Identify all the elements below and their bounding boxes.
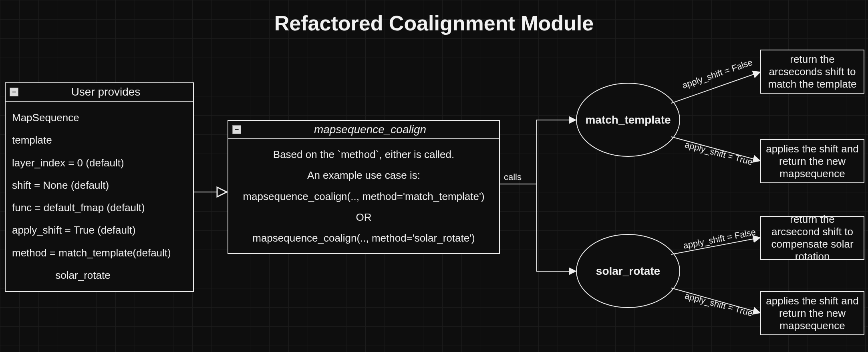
mt-true-label: apply_shift = True — [684, 139, 754, 167]
mt-false-terminal: return the arcseconds shift to match the… — [760, 50, 864, 94]
line-call2: mapsequence_coalign(.., method='solar_ro… — [235, 228, 493, 248]
mt-true-text: applies the shift and return the new map… — [766, 143, 859, 180]
sr-false-text: return the arcsecond shift to compensate… — [766, 213, 859, 263]
mt-false-text: return the arcseconds shift to match the… — [766, 53, 859, 90]
mapsequence-coalign-header: − mapsequence_coalign — [228, 121, 499, 139]
mapsequence-coalign-title: mapsequence_coalign — [245, 123, 495, 136]
calls-label: calls — [504, 172, 522, 182]
user-provides-title: User provides — [22, 86, 189, 98]
user-provides-header: − User provides — [6, 83, 193, 102]
sr-true-terminal: applies the shift and return the new map… — [760, 291, 864, 335]
sr-true-label: apply_shift = True — [684, 290, 754, 318]
sr-false-terminal: return the arcsecond shift to compensate… — [760, 216, 864, 260]
line-call1: mapsequence_coalign(.., method='match_te… — [235, 186, 493, 207]
match-template-node: match_template — [576, 83, 680, 157]
arg-method-2: solar_rotate — [12, 264, 187, 286]
user-provides-node: − User provides MapSequence template lay… — [5, 82, 194, 292]
collapse-icon[interactable]: − — [10, 88, 18, 96]
line-ex: An example use case is: — [235, 165, 493, 186]
user-provides-body: MapSequence template layer_index = 0 (de… — [6, 102, 193, 291]
edge-func-to-solar — [500, 184, 576, 271]
solar-rotate-node: solar_rotate — [576, 234, 680, 308]
diagram-stage: Refactored Coalignment Module − User pro… — [0, 0, 868, 352]
diagram-title: Refactored Coalignment Module — [0, 11, 868, 35]
solar-rotate-label: solar_rotate — [596, 265, 660, 278]
mt-true-terminal: applies the shift and return the new map… — [760, 139, 864, 183]
arg-layer-index: layer_index = 0 (default) — [12, 152, 187, 174]
collapse-icon[interactable]: − — [232, 125, 241, 134]
arg-func: func = default_fmap (default) — [12, 196, 187, 219]
match-template-label: match_template — [585, 114, 671, 126]
sr-true-text: applies the shift and return the new map… — [766, 295, 859, 332]
line-or: OR — [235, 207, 493, 228]
arg-mapsequence: MapSequence — [12, 106, 187, 129]
arg-template: template — [12, 129, 187, 151]
arg-shift: shift = None (default) — [12, 174, 187, 196]
mapsequence-coalign-body: Based on the `method`, either is called.… — [228, 139, 499, 253]
mt-false-label: apply_shift = False — [681, 57, 754, 91]
mapsequence-coalign-node: − mapsequence_coalign Based on the `meth… — [228, 120, 500, 254]
arg-apply-shift: apply_shift = True (default) — [12, 219, 187, 241]
line-desc: Based on the `method`, either is called. — [235, 144, 493, 165]
arg-method-1: method = match_template(default) — [12, 242, 187, 264]
sr-false-label: apply_shift = False — [683, 227, 757, 251]
